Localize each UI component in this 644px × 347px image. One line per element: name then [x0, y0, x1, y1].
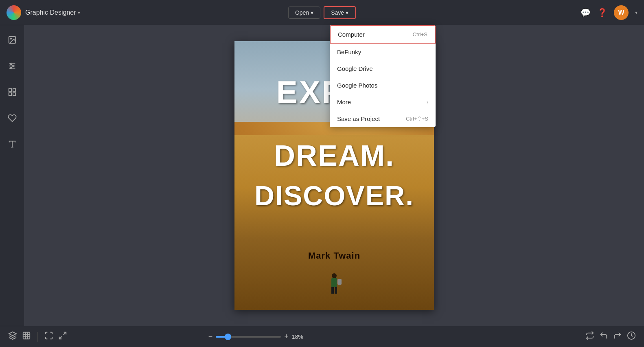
menu-item-google-drive[interactable]: Google Drive [330, 60, 436, 77]
open-button[interactable]: Open ▾ [288, 7, 320, 19]
zoom-slider-track[interactable] [216, 336, 281, 338]
person-head [332, 273, 337, 278]
divider-1 [37, 332, 38, 342]
sidebar-item-adjustments[interactable] [4, 58, 20, 74]
save-project-label: Save as Project [337, 115, 380, 122]
person-legs [331, 287, 337, 294]
svg-point-7 [10, 68, 12, 69]
svg-line-20 [64, 332, 66, 335]
sidebar [0, 25, 24, 326]
app-title-chevron[interactable]: ▾ [78, 10, 80, 15]
person-bag [337, 279, 342, 285]
sidebar-item-text[interactable] [4, 136, 20, 152]
header-right: 💬 ❓ W ▾ [580, 5, 637, 20]
svg-marker-14 [9, 332, 16, 336]
user-avatar[interactable]: W [614, 5, 629, 20]
save-project-shortcut: Ctrl+⇧+S [406, 116, 428, 122]
fit-screen-icon[interactable] [44, 331, 53, 342]
person-body [331, 278, 337, 287]
svg-rect-10 [9, 93, 11, 95]
bottom-right-icons [585, 331, 636, 342]
person-leg-right [335, 287, 337, 294]
befunky-label: BeFunky [337, 48, 361, 55]
computer-shortcut: Ctrl+S [413, 31, 427, 37]
zoom-percentage: 18% [292, 334, 308, 340]
more-label: More [337, 99, 351, 105]
person-silhouette [330, 273, 338, 294]
computer-label: Computer [338, 31, 365, 38]
header: Graphic Designer ▾ Open ▾ Save ▾ 💬 ❓ W ▾ [0, 0, 644, 25]
header-center-buttons: Open ▾ Save ▾ [288, 6, 356, 19]
svg-line-21 [59, 336, 62, 339]
zoom-out-button[interactable]: − [208, 332, 213, 341]
menu-item-google-photos[interactable]: Google Photos [330, 77, 436, 94]
zoom-in-button[interactable]: + [284, 332, 289, 341]
save-chevron: ▾ [346, 9, 348, 16]
app-logo [7, 5, 21, 20]
sidebar-item-layouts[interactable] [4, 84, 20, 100]
svg-point-6 [12, 65, 14, 67]
open-chevron: ▾ [311, 9, 313, 16]
menu-item-save-project[interactable]: Save as Project Ctrl+⇧+S [330, 110, 436, 127]
svg-rect-8 [9, 89, 11, 91]
save-button[interactable]: Save ▾ [324, 6, 356, 19]
dream-text: DREAM. [234, 139, 434, 172]
more-chevron-right: › [427, 99, 428, 105]
person-leg-left [331, 287, 334, 294]
svg-rect-9 [13, 89, 15, 91]
undo-icon[interactable] [599, 331, 608, 342]
open-label: Open [295, 9, 309, 16]
app-title: Graphic Designer [25, 9, 76, 16]
google-photos-label: Google Photos [337, 82, 377, 89]
sidebar-item-image[interactable] [4, 32, 20, 48]
menu-item-computer[interactable]: Computer Ctrl+S [330, 25, 436, 44]
swap-icon[interactable] [585, 331, 594, 342]
svg-rect-11 [13, 93, 15, 95]
layers-icon[interactable] [8, 331, 17, 342]
zoom-slider-thumb[interactable] [225, 334, 231, 340]
table-icon[interactable] [22, 331, 31, 342]
discover-text: DISCOVER. [234, 180, 434, 211]
save-label: Save [331, 9, 344, 16]
redo-icon[interactable] [613, 331, 622, 342]
chat-icon-button[interactable]: 💬 [580, 8, 591, 18]
svg-point-1 [10, 38, 11, 39]
sidebar-item-favorites[interactable] [4, 110, 20, 126]
author-text: Mark Twain [234, 250, 434, 261]
menu-item-more[interactable]: More › [330, 94, 436, 110]
avatar-chevron[interactable]: ▾ [635, 10, 637, 15]
zoom-controls: − + 18% [208, 332, 308, 341]
menu-item-befunky[interactable]: BeFunky [330, 44, 436, 60]
svg-point-5 [10, 63, 12, 65]
help-icon-button[interactable]: ❓ [597, 8, 607, 18]
expand-icon[interactable] [58, 331, 67, 342]
bottom-toolbar: − + 18% [0, 326, 644, 347]
history-icon[interactable] [627, 331, 636, 342]
save-dropdown-menu: Computer Ctrl+S BeFunky Google Drive Goo… [330, 25, 436, 127]
google-drive-label: Google Drive [337, 65, 373, 72]
svg-rect-15 [23, 332, 30, 339]
